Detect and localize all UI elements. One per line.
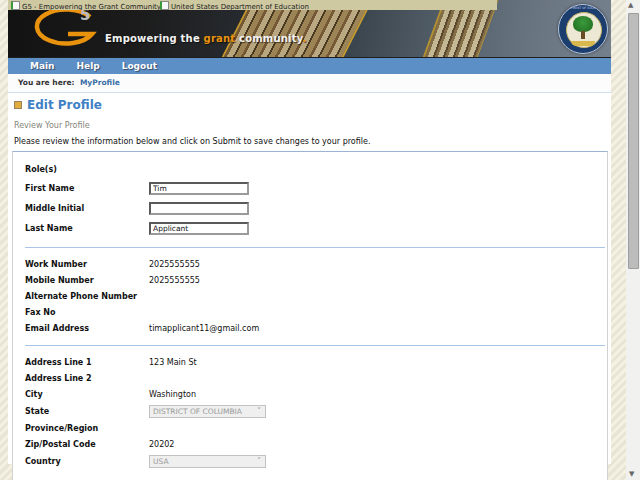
- scroll-up-icon[interactable]: ▲: [628, 1, 633, 9]
- middle-initial-input[interactable]: [149, 202, 249, 215]
- state-select[interactable]: DISTRICT OF COLUMBIA˅: [149, 405, 266, 418]
- nav-item-main[interactable]: Main: [30, 61, 55, 71]
- window-title-doe: United States Department of Education: [160, 1, 309, 10]
- email-value: timapplicant11@gmail.com: [149, 324, 259, 333]
- chevron-down-icon: ˅: [257, 406, 261, 418]
- city-label: City: [25, 390, 149, 399]
- last-name-input[interactable]: [149, 222, 249, 235]
- window-title-bar: G5 - Empowering the Grant Community Unit…: [8, 0, 497, 10]
- scrollbar[interactable]: ▲ ▼: [626, 0, 640, 480]
- page-title-row: Edit Profile: [14, 98, 611, 112]
- country-select[interactable]: USA˅: [149, 455, 266, 468]
- first-name-label: First Name: [25, 184, 149, 193]
- state-label: State: [25, 407, 149, 416]
- page-title: Edit Profile: [27, 98, 102, 112]
- address1-value: 123 Main St: [149, 358, 197, 367]
- form-row-fax: Fax No: [25, 304, 607, 320]
- tagline-part2: community: [235, 33, 302, 44]
- zip-label: Zip/Postal Code: [25, 440, 149, 449]
- form-row-address2: Address Line 2: [25, 370, 607, 386]
- bullet-square-icon: [14, 101, 22, 109]
- window-title-g5-text: G5 - Empowering the Grant Community: [22, 3, 161, 10]
- fax-label: Fax No: [25, 308, 149, 317]
- page-icon: [11, 1, 20, 10]
- address1-label: Address Line 1: [25, 358, 149, 367]
- work-number-label: Work Number: [25, 260, 149, 269]
- country-select-value: USA: [153, 457, 169, 466]
- browser-page: 5 Empowering the grant community. DEPART…: [8, 0, 611, 480]
- site-header: 5 Empowering the grant community. DEPART…: [8, 0, 611, 57]
- last-name-label: Last Name: [25, 224, 149, 233]
- tagline-part1: Empowering the: [105, 33, 204, 44]
- tagline-highlight: grant: [204, 33, 236, 44]
- section-divider: [25, 345, 605, 346]
- form-row-address1: Address Line 1 123 Main St: [25, 354, 607, 370]
- form-row-mobile-number: Mobile Number 2025555555: [25, 272, 607, 288]
- content-area: You are here: MyProfile Edit Profile Rev…: [8, 74, 611, 464]
- page-subtitle: Review Your Profile: [14, 121, 611, 130]
- form-row-last-name: Last Name: [25, 218, 607, 238]
- profile-form: Role(s) First Name Middle Initial Last N…: [12, 151, 608, 480]
- state-select-value: DISTRICT OF COLUMBIA: [153, 407, 242, 416]
- email-label: Email Address: [25, 324, 149, 333]
- alternate-phone-label: Alternate Phone Number: [25, 292, 149, 301]
- work-number-value: 2025555555: [149, 260, 200, 269]
- form-row-work-number: Work Number 2025555555: [25, 256, 607, 272]
- form-row-province: Province/Region: [25, 420, 607, 436]
- department-of-education-seal: DEPARTMENT OF EDUCATION: [558, 4, 608, 54]
- roles-label: Role(s): [25, 165, 149, 174]
- form-row-email: Email Address timapplicant11@gmail.com: [25, 320, 607, 336]
- page-instructions: Please review the information below and …: [14, 137, 611, 146]
- main-nav: Main Help Logout: [8, 57, 611, 74]
- province-label: Province/Region: [25, 424, 149, 433]
- breadcrumb: You are here: MyProfile: [8, 74, 611, 93]
- form-row-zip: Zip/Postal Code 20202: [25, 436, 607, 452]
- mobile-number-value: 2025555555: [149, 276, 200, 285]
- first-name-input[interactable]: [149, 182, 249, 195]
- city-value: Washington: [149, 390, 196, 399]
- seal-tree-trunk: [581, 31, 585, 39]
- form-row-state: State DISTRICT OF COLUMBIA˅: [25, 402, 607, 420]
- form-row-first-name: First Name: [25, 178, 607, 198]
- g5-logo: [26, 8, 104, 56]
- form-row-city: City Washington: [25, 386, 607, 402]
- breadcrumb-link-myprofile[interactable]: MyProfile: [80, 78, 120, 87]
- form-row-country: Country USA˅: [25, 452, 607, 470]
- form-row-middle-initial: Middle Initial: [25, 198, 607, 218]
- chevron-down-icon: ˅: [257, 456, 261, 468]
- seal-tree-icon: [573, 16, 593, 32]
- address2-label: Address Line 2: [25, 374, 149, 383]
- middle-initial-label: Middle Initial: [25, 204, 149, 213]
- page-icon: [160, 1, 169, 10]
- nav-item-help[interactable]: Help: [77, 61, 100, 71]
- seal-banner: [571, 41, 595, 46]
- form-row-alternate-phone: Alternate Phone Number: [25, 288, 607, 304]
- window-title-g5: G5 - Empowering the Grant Community: [11, 1, 161, 10]
- tagline-period: .: [303, 33, 307, 44]
- country-label: Country: [25, 457, 149, 466]
- scrollbar-thumb[interactable]: [628, 13, 639, 269]
- tagline: Empowering the grant community.: [105, 33, 307, 44]
- breadcrumb-prefix: You are here:: [18, 78, 75, 87]
- section-divider: [25, 247, 605, 248]
- nav-item-logout[interactable]: Logout: [122, 61, 157, 71]
- scroll-down-icon[interactable]: ▼: [629, 470, 634, 478]
- zip-value: 20202: [149, 440, 174, 449]
- window-title-doe-text: United States Department of Education: [171, 3, 309, 10]
- form-row-roles: Role(s): [25, 160, 607, 178]
- mobile-number-label: Mobile Number: [25, 276, 149, 285]
